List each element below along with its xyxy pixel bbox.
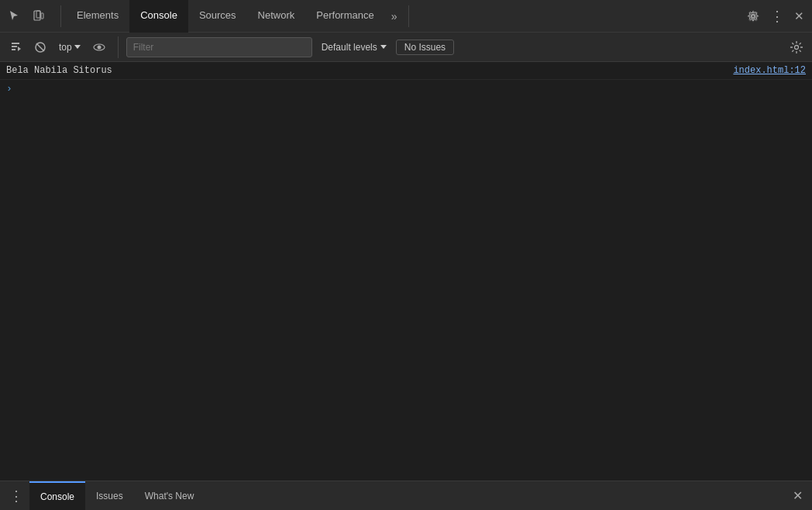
tab-more-button[interactable]: » [385,0,404,33]
console-log-entry: Bela Nabila Sitorus index.html:12 [0,62,812,80]
close-drawer-button[interactable]: ✕ [786,485,809,506]
clear-console-button[interactable] [5,38,26,57]
svg-line-8 [36,43,44,51]
svg-marker-4 [12,46,17,47]
play-icon [9,41,22,53]
svg-marker-5 [12,49,15,50]
svg-rect-2 [41,13,43,19]
devtools-icons [3,7,50,26]
toolbar-right-settings [786,38,807,57]
tab-elements[interactable]: Elements [66,0,129,33]
eye-icon [93,41,105,53]
console-input-area[interactable] [17,84,806,95]
settings-gear-button[interactable] [742,7,764,26]
console-log-source-link[interactable]: index.html:12 [733,65,806,76]
divider-1 [60,5,61,27]
block-console-button[interactable] [29,38,51,57]
tab-performance[interactable]: Performance [305,0,384,33]
console-settings-button[interactable] [786,38,807,57]
svg-point-10 [97,45,101,49]
tab-console[interactable]: Console [129,0,188,33]
eye-filter-button[interactable] [88,38,110,57]
console-log-message: Bela Nabila Sitorus [6,65,733,76]
cursor-icon [8,10,20,22]
issues-badge-button[interactable]: No Issues [396,40,454,55]
console-toolbar: top Default levels No Issues [0,33,812,62]
context-selector-button[interactable]: top [54,40,85,55]
console-gear-icon [790,41,803,53]
log-level-select[interactable]: Default levels [315,40,393,55]
device-toggle-button[interactable] [28,7,50,26]
svg-point-11 [795,45,799,49]
chevron-right-icon: › [6,83,12,95]
tab-sources[interactable]: Sources [188,0,247,33]
ban-icon [34,41,46,53]
svg-marker-6 [18,47,21,51]
bottom-drawer: ⋮ Console Issues What's New ✕ [0,481,812,510]
svg-marker-3 [12,43,19,44]
console-prompt: › [0,80,812,98]
drawer-tab-issues[interactable]: Issues [85,481,134,511]
inspect-icon-button[interactable] [3,7,25,26]
toolbar-divider [118,36,119,58]
drawer-menu-button[interactable]: ⋮ [3,484,29,508]
drawer-tab-whats-new[interactable]: What's New [134,481,205,511]
drawer-right: ✕ [786,485,809,506]
device-icon [33,10,45,22]
drawer-tab-console[interactable]: Console [29,481,85,511]
tab-network[interactable]: Network [247,0,306,33]
gear-icon [747,10,759,22]
more-options-button[interactable]: ⋮ [766,5,788,28]
close-devtools-button[interactable]: ✕ [790,6,809,26]
svg-rect-0 [34,11,40,20]
filter-input[interactable] [126,37,312,57]
divider-2 [408,5,409,27]
level-dropdown-arrow [380,45,387,49]
console-output-area: Bela Nabila Sitorus index.html:12 › [0,62,812,481]
context-dropdown-arrow [74,45,81,49]
tab-bar-right-icons: ⋮ ✕ [742,5,809,28]
devtools-tab-bar: Elements Console Sources Network Perform… [0,0,812,33]
svg-rect-1 [36,11,40,18]
